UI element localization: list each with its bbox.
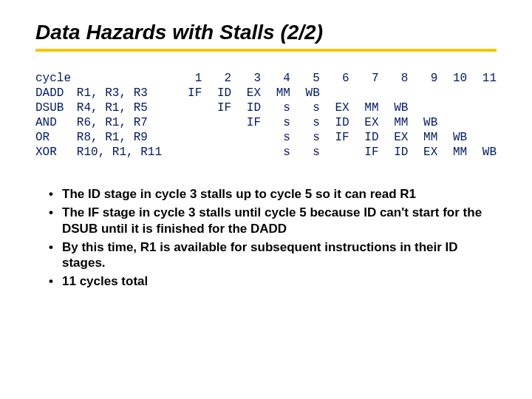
stage-cell: MM (437, 145, 467, 160)
stage-cell: 4 (261, 71, 290, 86)
args-cell (77, 71, 173, 86)
pipeline-row: ORR8, R1, R9ssIFIDEXMMWB (35, 130, 497, 145)
stage-cell: s (290, 130, 320, 145)
stage-cell: EX (320, 100, 349, 115)
stage-cell: s (261, 115, 290, 130)
stage-cell: 5 (290, 71, 320, 86)
stage-cell (437, 115, 467, 130)
stage-cell: s (290, 100, 320, 115)
stage-cell: WB (290, 86, 320, 100)
stage-cell: ID (202, 86, 231, 100)
stage-cell (172, 100, 202, 115)
stage-cell: IF (202, 100, 231, 115)
stage-cell: IF (172, 86, 202, 100)
args-cell: R8, R1, R9 (77, 130, 173, 145)
pipeline-row: DADDR1, R3, R3IFIDEXMMWB (35, 86, 497, 100)
stage-cell: MM (261, 86, 290, 100)
stage-cell (349, 86, 379, 100)
op-cell: XOR (35, 145, 77, 160)
stage-cell: EX (349, 115, 379, 130)
stage-cell: 7 (349, 71, 379, 86)
stage-cell: s (261, 145, 290, 160)
stage-cell (172, 130, 202, 145)
op-cell: DSUB (35, 100, 77, 115)
stage-cell (467, 115, 497, 130)
stage-cell (379, 86, 409, 100)
stage-cell (231, 145, 261, 160)
stage-cell: IF (320, 130, 349, 145)
stage-cell: ID (231, 100, 261, 115)
pipeline-row: XORR10, R1, R11ssIFIDEXMMWB (35, 145, 497, 160)
stage-cell: WB (408, 115, 437, 130)
stage-cell: IF (231, 115, 261, 130)
stage-cell: EX (379, 130, 409, 145)
stage-cell (467, 100, 497, 115)
bullet-item: By this time, R1 is available for subseq… (49, 239, 497, 271)
pipeline-row: DSUBR4, R1, R5IFIDssEXMMWB (35, 100, 497, 115)
stage-cell: 6 (320, 71, 349, 86)
stage-cell (202, 115, 231, 130)
stage-cell: s (290, 115, 320, 130)
stage-cell: 9 (408, 71, 437, 86)
stage-cell: WB (379, 100, 409, 115)
pipeline-row: cycle1234567891011 (35, 71, 497, 86)
op-cell: cycle (35, 71, 77, 86)
stage-cell (408, 100, 437, 115)
args-cell: R10, R1, R11 (77, 145, 173, 160)
stage-cell: IF (349, 145, 379, 160)
stage-cell: ID (320, 115, 349, 130)
stage-cell (467, 130, 497, 145)
stage-cell (202, 145, 231, 160)
stage-cell (408, 86, 437, 100)
stage-cell: s (261, 100, 290, 115)
stage-cell (320, 145, 349, 160)
stage-cell (172, 115, 202, 130)
args-cell: R6, R1, R7 (77, 115, 173, 130)
stage-cell: MM (349, 100, 379, 115)
page-title: Data Hazards with Stalls (2/2) (35, 21, 497, 44)
stage-cell: s (261, 130, 290, 145)
stage-cell (231, 130, 261, 145)
stage-cell: s (290, 145, 320, 160)
bullet-list: The ID stage in cycle 3 stalls up to cyc… (49, 186, 497, 290)
slide: Data Hazards with Stalls (2/2) cycle1234… (0, 0, 532, 399)
op-cell: DADD (35, 86, 77, 100)
stage-cell (467, 86, 497, 100)
args-cell: R1, R3, R3 (77, 86, 173, 100)
pipeline-table: cycle1234567891011DADDR1, R3, R3IFIDEXMM… (35, 71, 497, 160)
args-cell: R4, R1, R5 (77, 100, 173, 115)
bullet-item: The IF stage in cycle 3 stalls until cyc… (49, 205, 497, 236)
stage-cell: 3 (231, 71, 261, 86)
title-underline (35, 49, 497, 52)
stage-cell: WB (437, 130, 467, 145)
bullet-item: The ID stage in cycle 3 stalls up to cyc… (49, 186, 497, 202)
stage-cell: WB (467, 145, 497, 160)
stage-cell: EX (231, 86, 261, 100)
stage-cell: 8 (379, 71, 409, 86)
stage-cell: MM (408, 130, 437, 145)
stage-cell: 2 (202, 71, 231, 86)
stage-cell (320, 86, 349, 100)
stage-cell (437, 100, 467, 115)
stage-cell (437, 86, 467, 100)
stage-cell: 11 (467, 71, 497, 86)
stage-cell: 1 (172, 71, 202, 86)
stage-cell (172, 145, 202, 160)
stage-cell (202, 130, 231, 145)
op-cell: OR (35, 130, 77, 145)
stage-cell: ID (379, 145, 409, 160)
stage-cell: 10 (437, 71, 467, 86)
stage-cell: ID (349, 130, 379, 145)
stage-cell: MM (379, 115, 409, 130)
pipeline-row: ANDR6, R1, R7IFssIDEXMMWB (35, 115, 497, 130)
bullet-item: 11 cycles total (49, 273, 497, 289)
stage-cell: EX (408, 145, 437, 160)
op-cell: AND (35, 115, 77, 130)
